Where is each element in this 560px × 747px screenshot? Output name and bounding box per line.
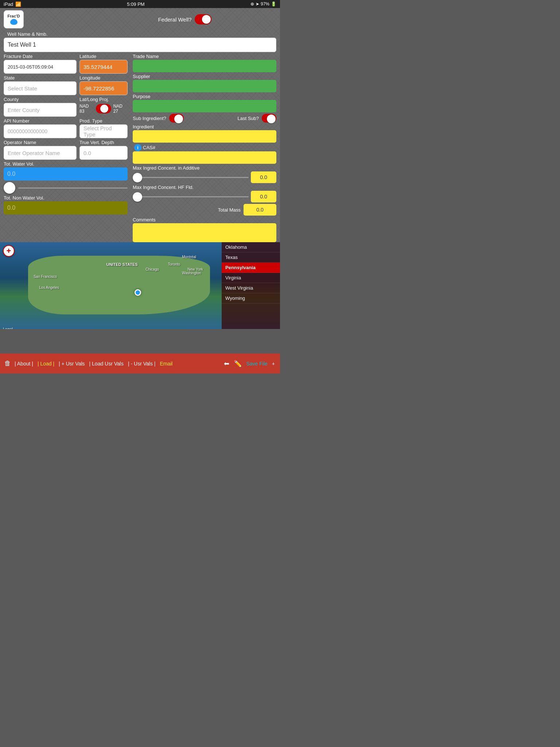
trade-name-input[interactable] [133,60,276,72]
purpose-input[interactable] [133,100,276,112]
well-name-input[interactable]: Test Well 1 [4,38,276,52]
status-right: ⊕ ➤ 97% 🔋 [250,1,276,7]
nad-toggle[interactable] [96,104,111,113]
water-vol-section: Tot. Water Vol. 0.0 [4,161,128,181]
max-hf-label: Max Ingred Concent. HF Fld. [133,185,276,190]
battery-label: 97% [261,1,269,7]
water-slider-area [4,182,128,194]
form-two-col: Fracture Date 2015-03-05T05:09:04 Latitu… [0,54,280,242]
plus-button[interactable]: + [270,361,277,367]
map-label-us: UNITED STATES [106,262,138,267]
max-hf-slider-row: 0.0 [133,191,276,202]
fracture-date-input[interactable]: 2015-03-05T05:09:04 [4,60,77,74]
water-vol-slider-track[interactable] [18,187,128,189]
battery-icon: 🔋 [271,1,276,7]
well-name-section: Well Name & Nmb. Test Well 1 [0,31,280,54]
true-vert-input[interactable]: 0.0 [79,146,128,160]
state-label: State [4,75,77,81]
map-location-marker[interactable] [135,289,141,296]
save-file-button[interactable]: Save File [244,361,269,367]
about-button[interactable]: | About | [12,361,35,367]
cas-input[interactable] [133,151,276,164]
nad27-label: NAD 27 [113,104,128,114]
map-label-sanfrancisco: San Francisco [34,275,57,279]
federal-well-area: Federal Well? [158,14,211,24]
max-ingred-slider-thumb[interactable] [133,173,142,182]
max-hf-value: 0.0 [251,191,276,202]
map-background: UNITED STATES Montréal Toronto Chicago N… [0,242,280,329]
state-item-oklahoma[interactable]: Oklahoma [222,242,280,252]
prod-type-input[interactable]: Select Prod Type [79,124,128,138]
map-legal-text: Legal [3,327,13,329]
total-mass-label: Total Mass [218,207,241,213]
time-label: 5:09 PM [127,1,144,7]
max-ingred-slider-track[interactable] [133,177,249,178]
map-label-washington: Washington [182,271,201,275]
trash-icon[interactable]: 🗑 [3,360,12,367]
water-vol-slider-thumb[interactable] [4,182,15,194]
non-water-vol-value: 0.0 [7,205,15,211]
county-input[interactable]: Enter County [4,103,77,117]
remove-usr-vals-button[interactable]: | - Usr Vals | [126,361,158,367]
load-usr-vals-button[interactable]: | Load Usr Vals [87,361,126,367]
email-button[interactable]: Email [158,361,175,367]
ingredient-input[interactable] [133,130,276,143]
logo-text: Frac'D [8,14,20,18]
state-input[interactable]: Select State [4,81,77,95]
map-label-losangeles: Los Angeles [39,286,59,290]
sub-ingredient-label: Sub Ingredient? [133,116,166,121]
state-item-wyoming[interactable]: Wyoming [222,293,280,303]
sub-ingredient-toggle[interactable] [169,114,184,123]
add-usr-vals-button[interactable]: | + Usr Vals [57,361,87,367]
map-area: UNITED STATES Montréal Toronto Chicago N… [0,242,280,329]
map-label-toronto: Toronto [168,262,180,266]
supplier-input[interactable] [133,80,276,92]
cas-info-icon[interactable]: i [134,144,141,151]
nad83-label: NAD 83 [79,104,94,114]
operator-input[interactable]: Enter Operator Name [4,146,77,160]
max-ingred-slider-row: 0.0 [133,171,276,183]
state-item-virginia[interactable]: Virginia [222,273,280,283]
latitude-label: Latitude [79,54,128,59]
sub-ingredient-row: Sub Ingredient? Last Sub? [133,114,276,123]
comments-input[interactable] [133,223,276,242]
tot-non-water-label: Tot. Non Water Vol. [4,195,128,201]
edit-icon[interactable]: ✏️ [232,360,244,368]
ingredient-label: Ingredient [133,124,154,129]
location-arrow-icon: ➤ [256,1,259,7]
max-hf-slider-track[interactable] [133,196,249,197]
location-icon: ⊕ [250,1,254,7]
state-item-pennsylvania[interactable]: Pennsylvania [222,263,280,273]
prod-type-label: Prod. Type [79,118,128,124]
longitude-label: Longitude [79,75,128,81]
well-name-label: Well Name & Nmb. [4,31,276,38]
latitude-input[interactable]: 35.5279444 [79,60,128,74]
map-add-button[interactable]: + [3,245,15,257]
cas-label: CAS# [143,145,155,150]
total-mass-value: 0.0 [244,204,276,216]
wifi-icon: 📶 [15,1,21,7]
trade-name-label: Trade Name [133,54,276,59]
bottom-toolbar: 🗑 | About | | Load | | + Usr Vals | Load… [0,353,280,374]
supplier-label: Supplier [133,74,276,79]
map-label-chicago: Chicago [145,267,159,271]
water-vol-value: 0.0 [7,171,15,177]
back-icon[interactable]: ⬅ [222,360,232,368]
comments-label: Comments [133,217,276,222]
non-water-vol-section: Tot. Non Water Vol. 0.0 [4,195,128,214]
status-left: iPad 📶 [4,1,21,7]
federal-well-toggle[interactable] [195,14,211,24]
state-dropdown[interactable]: Oklahoma Texas Pennsylvania Virginia Wes… [222,242,280,329]
api-input[interactable]: 00000000000000 [4,124,77,138]
max-hf-slider-thumb[interactable] [133,192,142,202]
longitude-input[interactable]: -98.7222856 [79,81,128,95]
lat-long-proj-label: Lat/Long Proj. [79,97,128,102]
load-button[interactable]: | Load | [35,361,57,367]
state-item-west-virginia[interactable]: West Virginia [222,283,280,293]
logo-drop-icon [10,19,18,25]
right-column: Trade Name Supplier Purpose Sub Ingredie… [131,54,276,242]
federal-well-label: Federal Well? [158,16,191,23]
tot-water-label: Tot. Water Vol. [4,161,128,167]
state-item-texas[interactable]: Texas [222,252,280,263]
last-sub-toggle[interactable] [262,114,276,123]
